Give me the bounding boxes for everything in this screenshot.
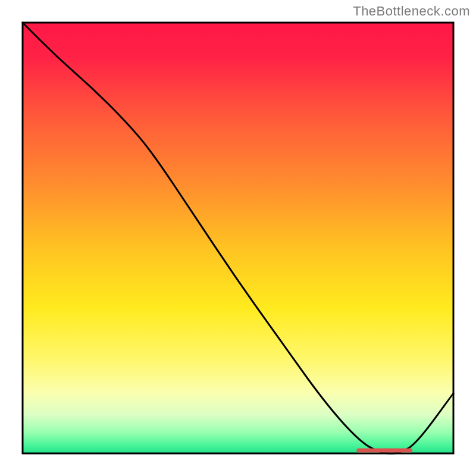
plot-background [23,23,453,453]
watermark-text: TheBottleneck.com [353,4,470,19]
chart-container: TheBottleneck.com [0,0,476,476]
bottleneck-chart [0,0,476,476]
